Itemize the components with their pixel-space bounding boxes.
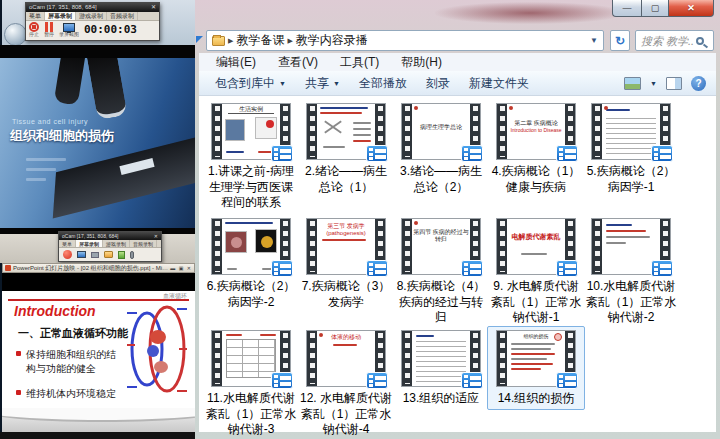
resize-icon[interactable]: [91, 252, 99, 258]
tab-game-record[interactable]: 游戏录制: [76, 12, 107, 20]
video-thumbnail: 生活实例: [211, 103, 291, 160]
window-controls-fragment[interactable]: ▬ ▣ ✕: [170, 265, 192, 271]
file-item-12[interactable]: 体液的移动 12. 水电解质代谢紊乱（1）正常水钠代谢-4: [300, 330, 392, 438]
menu-tools[interactable]: 工具(T): [329, 54, 390, 71]
file-item-13[interactable]: 13.组织的适应: [395, 330, 487, 407]
minimize-button[interactable]: —: [612, 0, 641, 17]
file-item-3[interactable]: 病理生理学总论 3.绪论——病生总论（2）: [395, 103, 487, 195]
tab-screen-record[interactable]: 屏幕录制: [45, 12, 76, 20]
play-all-button[interactable]: 全部播放: [353, 75, 420, 92]
media-overlay-icon: [556, 372, 578, 389]
media-overlay-icon: [461, 260, 483, 277]
media-overlay-icon: [651, 260, 673, 277]
video-thumbnail: 组织的损伤: [496, 330, 576, 387]
tab-audio-record[interactable]: 音频录制: [107, 12, 138, 20]
filmstrip-icon: [402, 104, 412, 159]
thumb-title: 电解质代谢紊乱: [507, 233, 565, 241]
search-input[interactable]: [636, 32, 694, 49]
burn-button[interactable]: 刻录: [420, 75, 463, 92]
tab-menu[interactable]: 菜单: [26, 12, 45, 20]
filmstrip-icon: [497, 331, 507, 386]
menu-view[interactable]: 查看(V): [267, 54, 329, 71]
caption-buttons: — ▢ ✕: [612, 0, 714, 17]
stop-button[interactable]: 停止: [29, 22, 39, 38]
close-icon[interactable]: ✕: [154, 232, 158, 240]
include-in-library-label: 包含到库中: [215, 75, 275, 92]
preview-pane-icon[interactable]: [666, 77, 682, 90]
record-icon[interactable]: [63, 250, 72, 259]
menu-edit[interactable]: 编辑(E): [205, 54, 267, 71]
thumb-title: 病理生理学总论: [412, 124, 470, 131]
powerpoint-icon: [5, 265, 11, 271]
file-item-5[interactable]: 5.疾病概论（2）病因学-1: [585, 103, 677, 195]
file-item-2[interactable]: 2.绪论——病生总论（1）: [300, 103, 392, 195]
video-thumbnail: 第四节 疾病的经过与转归: [401, 218, 481, 275]
thumb-photo: [225, 119, 245, 141]
slide-title-cn: 组织和细胞的损伤: [10, 127, 114, 145]
small-text-line: [26, 178, 46, 181]
file-item-1[interactable]: 生活实例 1.讲课之前-病理生理学与西医课程间的联系: [205, 103, 297, 211]
tab-audio-record[interactable]: 音频录制: [130, 240, 157, 247]
file-label: 11.水电解质代谢紊乱（1）正常水钠代谢-3: [205, 391, 297, 438]
thumb-title: 第二章 疾病概论: [507, 120, 565, 127]
file-item-11[interactable]: 11.水电解质代谢紊乱（1）正常水钠代谢-3: [205, 330, 297, 438]
back-button-fragment[interactable]: [4, 23, 27, 46]
file-item-14-selected[interactable]: 组织的损伤 14.组织的损伤: [487, 326, 585, 410]
file-label: 13.组织的适应: [395, 391, 487, 407]
slide-heading: 一、正常血液循环功能: [18, 326, 128, 341]
tab-game-record[interactable]: 游戏录制: [103, 240, 130, 247]
filmstrip-icon: [592, 104, 602, 159]
file-item-9[interactable]: 电解质代谢紊乱 9. 水电解质代谢紊乱（1）正常水钠代谢-1: [490, 218, 582, 326]
codec-icon[interactable]: [118, 251, 125, 259]
filmstrip-icon: [402, 331, 412, 386]
snapshot-button[interactable]: 录屏截图: [59, 23, 79, 38]
breadcrumb-item[interactable]: 教学内容录播: [296, 32, 368, 49]
media-overlay-icon: [271, 260, 293, 277]
pause-button[interactable]: 暂停: [44, 22, 54, 38]
video-thumbnail: 病理生理学总论: [401, 103, 481, 160]
stop-icon: [29, 22, 39, 32]
chevron-down-icon[interactable]: ▼: [650, 80, 657, 87]
refresh-button[interactable]: ↻: [610, 30, 630, 51]
address-bar[interactable]: ▶ 教学备课 ▶ 教学内容录播 ▼: [206, 30, 604, 51]
file-label: 8.疾病概论（4）疾病的经过与转归: [395, 279, 487, 326]
tab-screen-record[interactable]: 屏幕录制: [76, 240, 103, 247]
file-item-6[interactable]: 6.疾病概论（2）病因学-2: [205, 218, 297, 310]
new-folder-button[interactable]: 新建文件夹: [463, 75, 542, 92]
small-text-line: [26, 168, 56, 171]
thumb-title: 第三节 发病学(pathogenesis): [317, 223, 375, 237]
menu-help[interactable]: 帮助(H): [390, 54, 453, 71]
media-overlay-icon: [271, 145, 293, 162]
monitor-icon[interactable]: [77, 251, 86, 258]
video-thumbnail: [211, 218, 291, 275]
breadcrumb-item[interactable]: 教学备课: [236, 32, 284, 49]
share-button[interactable]: 共享 ▼: [299, 75, 353, 92]
video-preview: Tissue and cell injury 组织和细胞的损伤: [0, 58, 195, 228]
filmstrip-icon: [307, 104, 317, 159]
thumb-photo: [255, 229, 277, 253]
video-thumbnail: 第二章 疾病概论 Introduction to Disease: [496, 103, 576, 160]
ocam-tabs: 菜单 屏幕录制 游戏录制 音频录制: [26, 12, 159, 21]
close-button[interactable]: ✕: [669, 0, 714, 17]
file-item-7[interactable]: 第三节 发病学(pathogenesis) 7.疾病概论（3）发病学: [300, 218, 392, 310]
include-in-library-button[interactable]: 包含到库中 ▼: [209, 75, 299, 92]
video-thumbnail: 电解质代谢紊乱: [496, 218, 576, 275]
chevron-down-icon: ▼: [333, 80, 340, 87]
share-label: 共享: [305, 75, 329, 92]
media-overlay-icon: [556, 145, 578, 162]
help-icon[interactable]: ?: [691, 76, 706, 91]
chevron-down-icon[interactable]: ▼: [590, 36, 598, 45]
maximize-button[interactable]: ▢: [641, 0, 669, 17]
file-item-10[interactable]: 10.水电解质代谢紊乱（1）正常水钠代谢-2: [585, 218, 677, 326]
close-icon[interactable]: ✕: [151, 3, 156, 12]
views-icon[interactable]: [624, 77, 641, 90]
left-panel: oCam [17, 351, 808, 684] ✕ 菜单 屏幕录制 游戏录制 …: [0, 0, 195, 439]
file-item-8[interactable]: 第四节 疾病的经过与转归 8.疾病概论（4）疾病的经过与转归: [395, 218, 487, 326]
tab-menu[interactable]: 菜单: [59, 240, 76, 247]
microphone-icon[interactable]: [130, 251, 134, 259]
command-toolbar: 包含到库中 ▼ 共享 ▼ 全部播放 刻录 新建文件夹 ▼ ?: [199, 71, 716, 96]
search-icon: [696, 37, 704, 45]
file-item-4[interactable]: 第二章 疾病概论 Introduction to Disease 4.疾病概论（…: [490, 103, 582, 195]
search-box[interactable]: [635, 30, 714, 51]
open-folder-icon[interactable]: [104, 251, 113, 258]
